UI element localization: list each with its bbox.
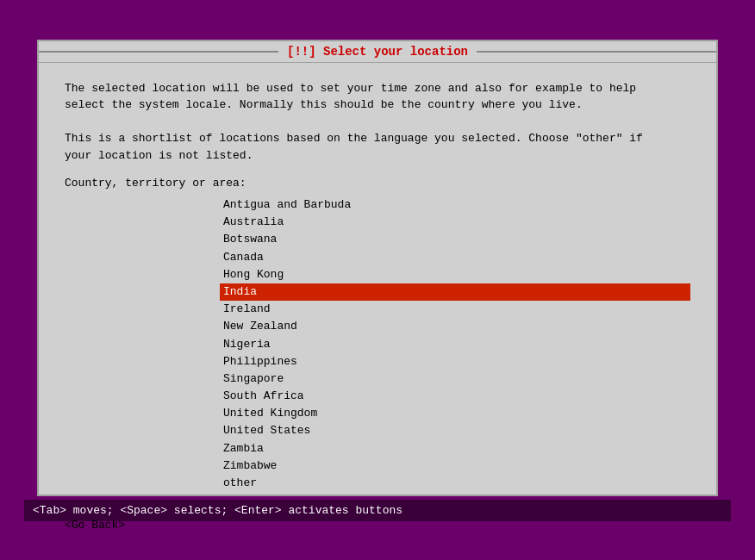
list-item[interactable]: Hong Kong [220,266,690,283]
list-item[interactable]: South Africa [220,388,690,405]
list-item[interactable]: other [220,475,690,492]
list-item[interactable]: United States [220,422,690,439]
list-item[interactable]: Ireland [220,301,690,318]
desc-line4: This is a shortlist of locations based o… [65,130,690,147]
list-item[interactable]: Zimbabwe [220,457,690,475]
outer-container: [!!] Select your location The selected l… [24,30,731,530]
go-back-button[interactable]: <Go Back> [65,519,125,532]
list-item[interactable]: Zambia [220,440,690,457]
country-list: Antigua and BarbudaAustraliaBotswanaCana… [220,196,690,492]
dialog-content: The selected location will be used to se… [39,63,716,510]
list-item[interactable]: United Kingdom [220,405,690,422]
list-item[interactable]: Singapore [220,370,690,388]
dialog-box: [!!] Select your location The selected l… [37,40,718,496]
list-item[interactable]: Canada [220,249,690,266]
list-item[interactable]: Antigua and Barbuda [220,196,690,214]
list-item[interactable]: Nigeria [220,336,690,353]
desc-line5: your location is not listed. [65,147,690,165]
go-back-section: <Go Back> [39,509,716,549]
dialog-title: [!!] Select your location [278,45,477,59]
list-item[interactable]: Australia [220,214,690,231]
list-item[interactable]: India [220,283,690,301]
desc-line2: select the system locale. Normally this … [65,96,690,114]
description-block: The selected location will be used to se… [65,80,690,165]
list-item[interactable]: Philippines [220,353,690,370]
list-item[interactable]: New Zealand [220,318,690,335]
desc-line1: The selected location will be used to se… [65,80,690,97]
list-item[interactable]: Botswana [220,231,690,248]
title-bar: [!!] Select your location [39,41,716,63]
prompt-text: Country, territory or area: [65,177,690,190]
